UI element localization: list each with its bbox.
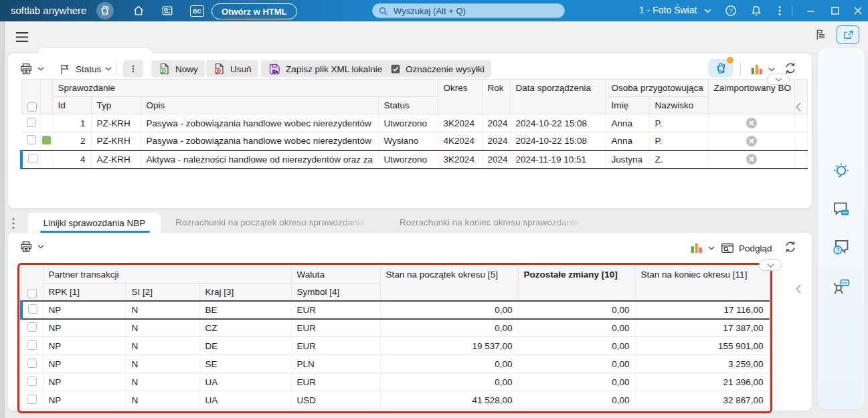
cell-si: N [126, 319, 199, 337]
column-header-kraj[interactable]: Kraj [3] [199, 284, 291, 301]
close-button[interactable] [851, 4, 865, 17]
column-header-sprawozdanie-group[interactable]: Sprawozdanie [52, 80, 438, 97]
news-button[interactable] [161, 4, 174, 17]
new-button[interactable]: Nowy [151, 60, 205, 78]
cell-checkbox [21, 132, 40, 150]
tab-rozrachunki-koniec[interactable]: Rozrachunki na koniec okresu sprawozdani… [392, 213, 592, 233]
row-checkbox[interactable] [27, 377, 37, 386]
comments-button[interactable] [831, 199, 851, 219]
delete-button[interactable]: Usuń [206, 60, 258, 78]
grid-side-collapse-chevron[interactable] [795, 102, 802, 112]
share-button[interactable] [837, 25, 859, 44]
grid-collapse-button[interactable] [759, 259, 782, 271]
refresh-button[interactable] [783, 239, 798, 254]
cell-rpk: NP [43, 355, 126, 373]
row-checkbox[interactable] [28, 154, 37, 163]
save-xml-label: Zapisz plik XML lokalnie [286, 64, 382, 74]
column-header-data-sporzadzenia[interactable]: Data sporządzenia [510, 80, 606, 114]
column-header-opis[interactable]: Opis [141, 97, 378, 114]
row-checkbox[interactable] [27, 135, 36, 144]
home-button[interactable] [132, 4, 145, 17]
search-input[interactable] [392, 5, 559, 17]
notifications-button[interactable] [750, 4, 763, 17]
mark-dispatch-button[interactable]: Oznaczenie wysyłki [383, 60, 491, 78]
global-search[interactable] [372, 3, 565, 18]
app-logo-button[interactable] [96, 2, 114, 19]
insights-button[interactable] [831, 161, 851, 181]
column-header-id[interactable]: Id [52, 97, 91, 114]
row-checkbox[interactable] [27, 358, 37, 368]
contact-support-button[interactable] [831, 276, 851, 296]
select-all-checkbox[interactable] [27, 102, 37, 112]
maximize-button[interactable] [829, 4, 842, 17]
clear-bo-icon[interactable] [746, 118, 757, 128]
select-all-checkbox[interactable] [27, 289, 37, 298]
company-selector[interactable]: 1 - Foto Świat [639, 5, 697, 15]
lines-panel: Podgląd Partner transakcji Waluta Stan n… [8, 233, 812, 411]
column-header-si[interactable]: SI [2] [126, 284, 199, 301]
print-button[interactable] [19, 238, 44, 255]
grid-side-collapse-chevron[interactable] [795, 284, 802, 294]
column-header-okres[interactable]: Okres [438, 80, 482, 114]
column-header-partner-group[interactable]: Partner transakcji [43, 266, 291, 284]
cell-checkbox [21, 355, 43, 373]
status-dot-badge [727, 57, 733, 64]
line-row[interactable]: NP N DE EUR 19 537,00 0,00 155 901,00 [21, 337, 769, 355]
data-source-button[interactable] [708, 59, 733, 78]
row-checkbox[interactable] [27, 340, 37, 350]
column-header-pozostale-zmiany[interactable]: Pozostałe zmiany [10] [518, 266, 635, 301]
cell-checkbox [21, 337, 43, 355]
company-chevron-down-icon[interactable] [704, 9, 711, 13]
column-header-rpk[interactable]: RPK [1] [43, 284, 126, 301]
report-row[interactable]: 1 PZ-KRH Pasywa - zobowiązania handlowe … [21, 114, 807, 132]
dots-vertical-icon [774, 5, 786, 17]
column-header-stan-koniec[interactable]: Stan na koniec okresu [11] [635, 266, 769, 301]
bell-icon [750, 4, 763, 17]
column-header-nazwisko[interactable]: Nazwisko [649, 97, 708, 114]
row-checkbox[interactable] [27, 395, 37, 404]
row-checkbox[interactable] [28, 304, 37, 314]
line-row[interactable]: NP N CZ EUR 0,00 0,00 17 387,00 [21, 319, 769, 337]
column-header-waluta-group[interactable]: Waluta [291, 266, 380, 284]
minimize-button[interactable] [804, 4, 818, 17]
cell-closing: 17 387,00 [635, 319, 769, 337]
status-filter-button[interactable]: Status [59, 60, 112, 78]
clear-bo-icon[interactable] [746, 136, 757, 146]
bc-button[interactable]: BC [190, 5, 204, 17]
help-chat-button[interactable]: ? [831, 237, 851, 257]
line-row[interactable]: NP N UA USD 41 528,00 0,00 32 867,00 [21, 391, 769, 409]
report-row[interactable]: 2 PZ-KRH Pasywa - zobowiązania handlowe … [21, 132, 807, 150]
column-header-symbol[interactable]: Symbol [4] [291, 284, 380, 301]
clear-bo-icon[interactable] [746, 154, 757, 165]
column-header-rok[interactable]: Rok [482, 80, 510, 114]
help-button[interactable]: ? [724, 4, 737, 17]
save-xml-button[interactable]: Zapisz plik XML lokalnie [261, 60, 389, 78]
tab-linijki-sprawozdania-nbp[interactable]: Linijki sprawozdania NBP [28, 213, 161, 233]
detail-tabs-handle[interactable] [11, 217, 16, 229]
grid-collapse-button[interactable] [767, 74, 790, 85]
hamburger-menu-button[interactable] [15, 31, 29, 43]
cell-closing: 17 116,00 [635, 301, 769, 319]
chart-view-button[interactable] [689, 239, 715, 257]
line-row[interactable]: NP N SE PLN 0,00 0,00 3 259,00 [21, 355, 769, 373]
row-checkbox[interactable] [27, 322, 37, 332]
preview-button[interactable]: Podgląd [720, 239, 772, 257]
print-button[interactable] [19, 60, 44, 78]
bc-label: BC [193, 8, 201, 15]
printer-icon [19, 239, 33, 254]
line-row-selected[interactable]: NP N BE EUR 0,00 0,00 17 116,00 [21, 301, 769, 319]
report-row-selected[interactable]: 4 AZ-KRH Aktywa - należności handlowe od… [21, 150, 807, 169]
column-header-stan-poczatek[interactable]: Stan na początek okresu [5] [380, 266, 518, 301]
column-header-imie[interactable]: Imię [606, 97, 649, 114]
column-header-status[interactable]: Status [378, 97, 438, 114]
open-in-html-button[interactable]: Otwórz w HTML [211, 3, 297, 19]
assistant-sidebar: ? [818, 48, 865, 409]
column-header-typ[interactable]: Typ [91, 97, 141, 114]
row-checkbox[interactable] [27, 118, 36, 127]
tab-rozrachunki-poczatek[interactable]: Rozrachunki na początek okresu sprawozda… [167, 213, 380, 233]
panel-list-button[interactable] [815, 28, 829, 41]
column-header-osoba-group[interactable]: Osoba przygotowująca [606, 80, 708, 97]
more-menu-button[interactable] [774, 5, 786, 17]
line-row[interactable]: NP N UA EUR 0,00 0,00 21 396,00 [21, 373, 769, 391]
more-actions-button[interactable] [123, 60, 143, 78]
